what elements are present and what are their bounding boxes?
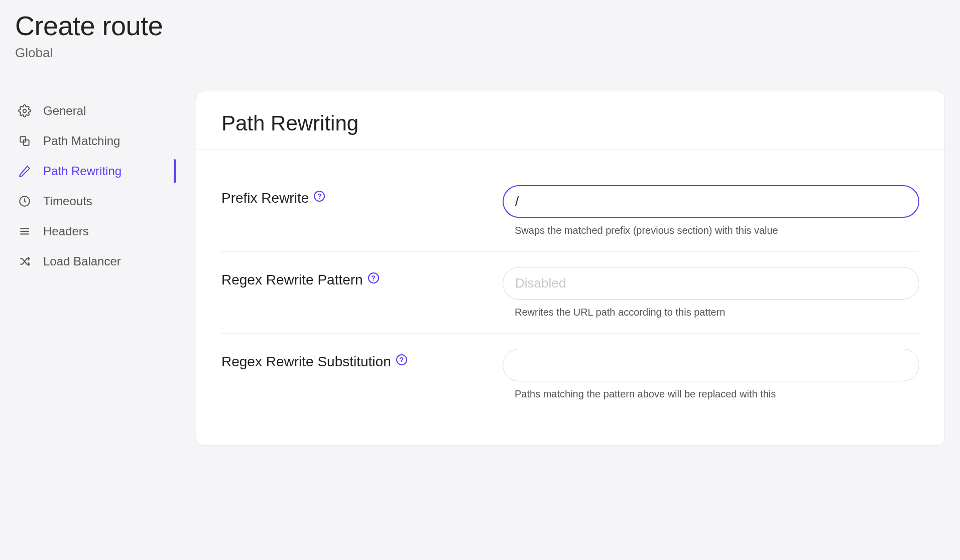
svg-rect-1 xyxy=(20,136,26,142)
sidebar-item-label: General xyxy=(43,104,86,118)
field-label-col: Regex Rewrite Pattern ? xyxy=(221,267,483,288)
gear-icon xyxy=(18,104,31,117)
field-row-regex-pattern: Regex Rewrite Pattern ? Rewrites the URL… xyxy=(221,252,919,334)
divider xyxy=(196,150,944,150)
help-icon[interactable]: ? xyxy=(396,354,407,365)
regex-substitution-input[interactable] xyxy=(503,349,919,381)
sidebar-item-path-matching[interactable]: Path Matching xyxy=(15,126,176,156)
field-help-text: Paths matching the pattern above will be… xyxy=(503,388,919,400)
pencil-icon xyxy=(18,165,31,178)
svg-point-0 xyxy=(23,109,27,113)
help-icon[interactable]: ? xyxy=(368,272,379,284)
clock-icon xyxy=(18,195,31,208)
svg-rect-2 xyxy=(24,140,29,146)
field-label: Regex Rewrite Pattern xyxy=(221,272,363,288)
settings-panel: Path Rewriting Prefix Rewrite ? Swaps th… xyxy=(196,91,945,446)
field-row-prefix-rewrite: Prefix Rewrite ? Swaps the matched prefi… xyxy=(221,170,919,252)
sidebar-item-headers[interactable]: Headers xyxy=(15,216,176,246)
panel-title: Path Rewriting xyxy=(221,111,919,135)
page-header: Create route Global xyxy=(15,10,945,61)
field-row-regex-substitution: Regex Rewrite Substitution ? Paths match… xyxy=(221,334,919,415)
sidebar-item-label: Path Rewriting xyxy=(43,164,122,178)
sidebar-item-load-balancer[interactable]: Load Balancer xyxy=(15,246,176,276)
sidebar-item-path-rewriting[interactable]: Path Rewriting xyxy=(15,156,176,186)
field-input-col: Rewrites the URL path according to this … xyxy=(503,267,919,318)
field-label: Regex Rewrite Substitution xyxy=(221,354,391,370)
field-help-text: Rewrites the URL path according to this … xyxy=(503,307,919,318)
sidebar-item-label: Timeouts xyxy=(43,194,92,208)
field-help-text: Swaps the matched prefix (previous secti… xyxy=(503,225,919,236)
prefix-rewrite-input[interactable] xyxy=(503,185,919,218)
lines-icon xyxy=(18,225,31,238)
shuffle-icon xyxy=(18,255,31,268)
field-input-col: Swaps the matched prefix (previous secti… xyxy=(503,185,919,236)
sidebar: General Path Matching Path Rewriting xyxy=(15,91,176,446)
main-layout: General Path Matching Path Rewriting xyxy=(15,91,945,446)
page-title: Create route xyxy=(15,10,945,41)
field-label-col: Regex Rewrite Substitution ? xyxy=(221,349,483,370)
sidebar-item-label: Path Matching xyxy=(43,134,120,148)
path-match-icon xyxy=(18,134,31,148)
regex-pattern-input[interactable] xyxy=(503,267,919,300)
sidebar-item-general[interactable]: General xyxy=(15,96,176,126)
field-label-col: Prefix Rewrite ? xyxy=(221,185,483,206)
sidebar-item-label: Headers xyxy=(43,224,89,238)
page-subtitle: Global xyxy=(15,45,945,61)
help-icon[interactable]: ? xyxy=(314,191,325,202)
field-input-col: Paths matching the pattern above will be… xyxy=(503,349,919,400)
sidebar-item-label: Load Balancer xyxy=(43,254,121,268)
field-label: Prefix Rewrite xyxy=(221,190,309,206)
sidebar-item-timeouts[interactable]: Timeouts xyxy=(15,186,176,216)
